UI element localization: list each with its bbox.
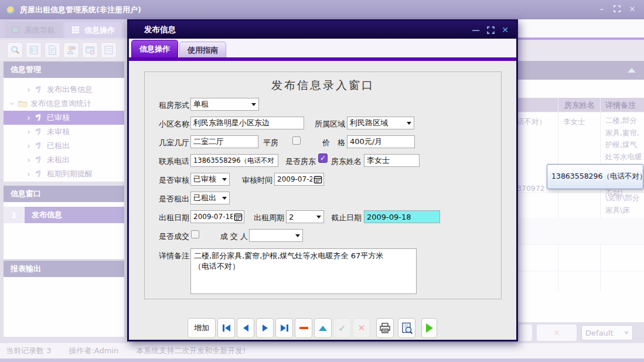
statusbar: 当前记录数 3 操作者:Admin 本系统支持二次开发和全新开发! — [0, 343, 644, 358]
publish-info-dialog: 发布信息 — ✕ 信息操作 使用指南 发布信息录入窗口 租房形式 单租 小区 — [127, 19, 518, 341]
entry-form: 发布信息录入窗口 租房形式 单租 小区名称 所属区域 利民路区域 几室几厅 平房… — [144, 71, 502, 299]
sidebar-item-lease-expiry[interactable]: › 租期到期提醒 — [4, 167, 124, 181]
info-window-item-publish[interactable]: 1 发布信息 — [4, 207, 124, 223]
sidebar-folder-query-stats[interactable]: › 发布信息查询统计 — [4, 97, 124, 111]
tab-user-guide[interactable]: 使用指南 — [179, 42, 226, 57]
document-button[interactable] — [45, 42, 60, 58]
right-panel-header — [516, 61, 644, 80]
form-title: 发布信息录入窗口 — [145, 78, 501, 93]
chevron-down-icon — [624, 332, 629, 334]
rent-period-select[interactable]: 2 — [286, 210, 324, 223]
list-button[interactable] — [26, 42, 42, 58]
cancel-button[interactable]: ✕ — [353, 318, 370, 338]
chevron-down-icon: › — [8, 101, 17, 107]
cell-landlord: 李女士 — [563, 116, 585, 128]
hammer-icon — [35, 85, 44, 94]
add-button[interactable]: 增加 — [188, 318, 216, 338]
edit-record-button[interactable] — [314, 318, 332, 338]
community-input[interactable] — [190, 117, 304, 129]
region-label: 所属区域 — [312, 119, 345, 129]
tab-system-nav[interactable]: 系统导航 — [5, 22, 62, 38]
phone-tooltip: 13863558296（电话不对） — [547, 164, 643, 189]
calendar-icon[interactable] — [233, 211, 244, 223]
collapse-arrow-icon[interactable] — [628, 68, 636, 73]
confirm-button[interactable]: ✓ — [333, 318, 351, 338]
report-output-panel — [4, 277, 124, 337]
last-record-button[interactable] — [275, 318, 293, 338]
tab-info-ops[interactable]: 信息操作 — [64, 22, 122, 38]
deal-done-label: 是否成交 — [156, 231, 189, 242]
region-select[interactable]: 利民路区域 — [347, 117, 414, 129]
is-landlord-checkbox[interactable]: ✓ — [318, 153, 328, 163]
section-header-info-mgmt[interactable]: 信息管理 — [4, 62, 124, 78]
landlord-name-label: 房东姓名 — [329, 156, 362, 167]
chevron-down-icon — [249, 98, 258, 110]
section-header-info-window[interactable]: 信息窗口 — [4, 186, 124, 202]
price-label: 价 格 — [312, 138, 345, 148]
audit-time-picker[interactable]: 2009-07-21 — [274, 173, 324, 186]
section-header-report-output[interactable]: 报表输出 — [4, 261, 124, 277]
rooms-input[interactable] — [190, 135, 258, 148]
close-icon[interactable]: ✕ — [628, 4, 637, 13]
sidebar-item-publish-sale[interactable]: › 发布出售信息 — [4, 83, 124, 97]
cell-phone-tail: 370972 — [517, 183, 545, 195]
first-record-button[interactable] — [217, 318, 235, 338]
end-date-input[interactable] — [364, 210, 440, 223]
price-input[interactable] — [347, 135, 415, 148]
window-icon — [85, 45, 96, 56]
document-icon — [47, 45, 57, 55]
user-icon — [66, 45, 76, 55]
app-icon — [6, 5, 15, 15]
dialog-titlebar: 发布信息 — ✕ — [129, 21, 516, 39]
hammer-icon — [35, 155, 44, 165]
prev-icon — [243, 325, 248, 332]
phone-input[interactable] — [190, 154, 278, 167]
print-button[interactable] — [376, 318, 394, 338]
rooms-label: 几室几厅 — [156, 138, 189, 148]
deal-person-select[interactable] — [249, 229, 303, 242]
bungalow-checkbox[interactable] — [292, 136, 301, 145]
run-button[interactable] — [421, 318, 437, 338]
maximize-icon[interactable] — [486, 26, 495, 34]
rent-date-picker[interactable]: 2009-07-18 — [190, 210, 244, 223]
close-record-button[interactable]: ✕ — [537, 325, 577, 341]
delete-record-button[interactable] — [295, 318, 312, 338]
sidebar-item-unrented[interactable]: › 未租出 — [4, 153, 124, 167]
detail-textarea[interactable]: 二楼,部分家具,窗帘,护根,煤气灶等水电暖齐全 67平方米 （电话不对） — [190, 248, 417, 294]
calendar-icon[interactable] — [312, 173, 323, 185]
close-icon[interactable]: ✕ — [501, 26, 509, 34]
search-button[interactable] — [7, 42, 23, 58]
style-selector[interactable]: Default — [581, 325, 633, 340]
rent-type-label: 租房形式 — [156, 100, 189, 111]
minimize-icon[interactable]: – — [597, 4, 606, 13]
col-landlord: 房东姓名 — [564, 100, 595, 111]
tab-info-ops[interactable]: 信息操作 — [131, 40, 178, 57]
rent-date-label: 出租日期 — [156, 213, 189, 223]
triangle-up-icon — [319, 326, 327, 331]
grid-line — [516, 271, 644, 271]
right-bottom-toolbar: ✕ Default — [519, 323, 642, 342]
user-button[interactable] — [63, 42, 79, 58]
rented-select[interactable]: 已租出 — [190, 192, 230, 204]
chevron-right-icon: › — [26, 169, 32, 179]
minimize-icon[interactable]: — — [472, 26, 480, 34]
landlord-name-input[interactable] — [364, 154, 420, 167]
check-icon: ✓ — [338, 323, 346, 334]
rent-type-select[interactable]: 单租 — [190, 98, 259, 111]
ghost-button[interactable] — [519, 325, 532, 341]
app-root: 房屋出租信息管理系统(非注册用户) – ✕ 系统导航 信息操作 — [0, 0, 644, 362]
hammer-icon — [35, 141, 44, 151]
next-icon — [263, 325, 268, 332]
preview-button[interactable] — [398, 318, 415, 338]
info-mgmt-panel: › 发布出售信息 › 发布信息查询统计 › 已审核 › 未审核 › 已租出 › … — [4, 78, 124, 182]
prev-record-button[interactable] — [237, 318, 254, 338]
sidebar-item-audited[interactable]: › 已审核 — [4, 111, 124, 125]
sidebar-item-unaudited[interactable]: › 未审核 — [4, 125, 124, 139]
extra-button[interactable] — [101, 42, 117, 58]
next-record-button[interactable] — [256, 318, 274, 338]
audited-select[interactable]: 已审核 — [190, 173, 230, 186]
restore-icon[interactable] — [612, 4, 622, 13]
deal-done-checkbox[interactable] — [191, 230, 199, 238]
window-button[interactable] — [82, 42, 98, 58]
sidebar-item-rented[interactable]: › 已租出 — [4, 139, 124, 153]
